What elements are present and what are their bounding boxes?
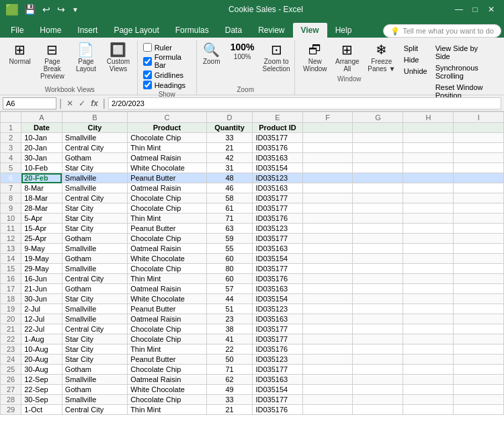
table-cell[interactable]: Smallville bbox=[62, 183, 127, 193]
row-num-11[interactable]: 11 bbox=[1, 224, 22, 234]
header-city[interactable]: City bbox=[62, 123, 127, 133]
table-cell[interactable]: ID035177 bbox=[253, 395, 302, 405]
table-cell[interactable]: Oatmeal Raisin bbox=[128, 244, 207, 254]
row-num-21[interactable]: 21 bbox=[1, 324, 22, 334]
table-cell[interactable]: 58 bbox=[206, 193, 253, 203]
table-cell[interactable]: 80 bbox=[206, 264, 253, 274]
synchronous-scrolling-button[interactable]: Synchronous Scrolling bbox=[433, 62, 496, 81]
table-cell[interactable]: 30-Jun bbox=[22, 294, 62, 304]
table-cell[interactable]: ID035163 bbox=[253, 244, 302, 254]
col-header-b[interactable]: B bbox=[62, 112, 127, 123]
col-header-d[interactable]: D bbox=[206, 112, 253, 123]
table-cell[interactable]: ID035177 bbox=[253, 234, 302, 244]
table-cell[interactable]: Star City bbox=[62, 203, 127, 214]
table-cell[interactable]: Oatmeal Raisin bbox=[128, 183, 207, 193]
table-cell[interactable]: 50 bbox=[206, 355, 253, 365]
table-cell[interactable]: Smallville bbox=[62, 375, 127, 385]
table-cell[interactable]: Chocolate Chip bbox=[128, 133, 207, 143]
table-cell[interactable]: ID035163 bbox=[253, 153, 302, 163]
row-num-25[interactable]: 25 bbox=[1, 365, 22, 375]
table-cell[interactable]: 51 bbox=[206, 304, 253, 314]
zoom-100-button[interactable]: 100% 100% bbox=[228, 40, 257, 62]
table-cell[interactable]: 30-Jan bbox=[22, 153, 62, 163]
row-num-5[interactable]: 5 bbox=[1, 163, 22, 173]
unhide-button[interactable]: Unhide bbox=[401, 66, 430, 77]
split-button[interactable]: Split bbox=[401, 43, 430, 54]
headings-check[interactable]: Headings bbox=[143, 81, 191, 89]
table-cell[interactable]: 21 bbox=[206, 405, 253, 415]
table-cell[interactable]: Gotham bbox=[62, 385, 127, 395]
table-cell[interactable]: Chocolate Chip bbox=[128, 365, 207, 375]
table-cell[interactable]: ID035177 bbox=[253, 334, 302, 344]
page-layout-button[interactable]: 📄 PageLayout bbox=[71, 40, 101, 74]
table-cell[interactable]: Smallville bbox=[62, 264, 127, 274]
table-cell[interactable]: Oatmeal Raisin bbox=[128, 284, 207, 294]
table-cell[interactable]: White Chocolate bbox=[128, 163, 207, 173]
table-cell[interactable]: Chocolate Chip bbox=[128, 334, 207, 344]
table-cell[interactable]: 1-Oct bbox=[22, 405, 62, 415]
tab-formulas[interactable]: Formulas bbox=[167, 23, 217, 38]
table-cell[interactable]: Central City bbox=[62, 405, 127, 415]
row-num-13[interactable]: 13 bbox=[1, 244, 22, 254]
table-cell[interactable]: Smallville bbox=[62, 244, 127, 254]
table-cell[interactable]: 19-May bbox=[22, 254, 62, 264]
row-num-19[interactable]: 19 bbox=[1, 304, 22, 314]
table-cell[interactable]: Oatmeal Raisin bbox=[128, 314, 207, 324]
col-header-f[interactable]: F bbox=[302, 112, 353, 123]
table-cell[interactable]: 38 bbox=[206, 324, 253, 334]
table-cell[interactable]: 55 bbox=[206, 244, 253, 254]
col-header-i[interactable]: I bbox=[454, 112, 504, 123]
table-cell[interactable]: 42 bbox=[206, 153, 253, 163]
table-cell[interactable]: Peanut Butter bbox=[128, 304, 207, 314]
row-num-20[interactable]: 20 bbox=[1, 314, 22, 324]
table-cell[interactable]: Central City bbox=[62, 193, 127, 203]
table-cell[interactable]: 18-Mar bbox=[22, 193, 62, 203]
insert-function-icon[interactable]: fx bbox=[89, 98, 100, 109]
table-cell[interactable]: Star City bbox=[62, 163, 127, 173]
table-cell[interactable]: 1-Aug bbox=[22, 334, 62, 344]
table-cell[interactable]: Thin Mint bbox=[128, 344, 207, 355]
table-cell[interactable]: Smallville bbox=[62, 314, 127, 324]
table-cell[interactable]: 30-Sep bbox=[22, 395, 62, 405]
close-button[interactable]: ✕ bbox=[484, 2, 499, 17]
table-cell[interactable]: Central City bbox=[62, 274, 127, 284]
table-cell[interactable]: 9-May bbox=[22, 244, 62, 254]
col-header-c[interactable]: C bbox=[128, 112, 207, 123]
table-cell[interactable]: 44 bbox=[206, 294, 253, 304]
table-cell[interactable]: ID035177 bbox=[253, 264, 302, 274]
row-num-4[interactable]: 4 bbox=[1, 153, 22, 163]
row-num-8[interactable]: 8 bbox=[1, 193, 22, 203]
header-product-id[interactable]: Product ID bbox=[253, 123, 302, 133]
row-num-27[interactable]: 27 bbox=[1, 385, 22, 395]
table-cell[interactable]: 15-Apr bbox=[22, 224, 62, 234]
row-num-23[interactable]: 23 bbox=[1, 344, 22, 355]
table-cell[interactable]: 71 bbox=[206, 214, 253, 224]
hide-button[interactable]: Hide bbox=[401, 54, 430, 65]
table-cell[interactable]: Peanut Butter bbox=[128, 224, 207, 234]
row-num-15[interactable]: 15 bbox=[1, 264, 22, 274]
table-cell[interactable]: 5-Apr bbox=[22, 214, 62, 224]
table-cell[interactable]: 20-Aug bbox=[22, 355, 62, 365]
table-cell[interactable]: 59 bbox=[206, 234, 253, 244]
table-cell[interactable]: 22-Sep bbox=[22, 385, 62, 395]
table-cell[interactable]: 10-Aug bbox=[22, 344, 62, 355]
table-cell[interactable]: ID035176 bbox=[253, 405, 302, 415]
table-cell[interactable]: ID035123 bbox=[253, 355, 302, 365]
table-cell[interactable]: Gotham bbox=[62, 284, 127, 294]
col-header-e[interactable]: E bbox=[253, 112, 302, 123]
cancel-formula-icon[interactable]: ✕ bbox=[65, 98, 75, 109]
table-cell[interactable]: 21 bbox=[206, 143, 253, 153]
formula-input[interactable] bbox=[108, 97, 501, 109]
table-cell[interactable]: Peanut Butter bbox=[128, 355, 207, 365]
undo-icon[interactable]: ↩ bbox=[41, 3, 52, 16]
table-cell[interactable]: White Chocolate bbox=[128, 385, 207, 395]
table-cell[interactable]: 33 bbox=[206, 133, 253, 143]
zoom-button[interactable]: 🔍 Zoom bbox=[198, 40, 225, 66]
table-cell[interactable]: 62 bbox=[206, 375, 253, 385]
table-cell[interactable]: 10-Feb bbox=[22, 163, 62, 173]
row-num-10[interactable]: 10 bbox=[1, 214, 22, 224]
table-cell[interactable]: White Chocolate bbox=[128, 254, 207, 264]
tab-insert[interactable]: Insert bbox=[69, 23, 106, 38]
table-cell[interactable]: 33 bbox=[206, 395, 253, 405]
row-num-6[interactable]: 6 bbox=[1, 173, 22, 183]
